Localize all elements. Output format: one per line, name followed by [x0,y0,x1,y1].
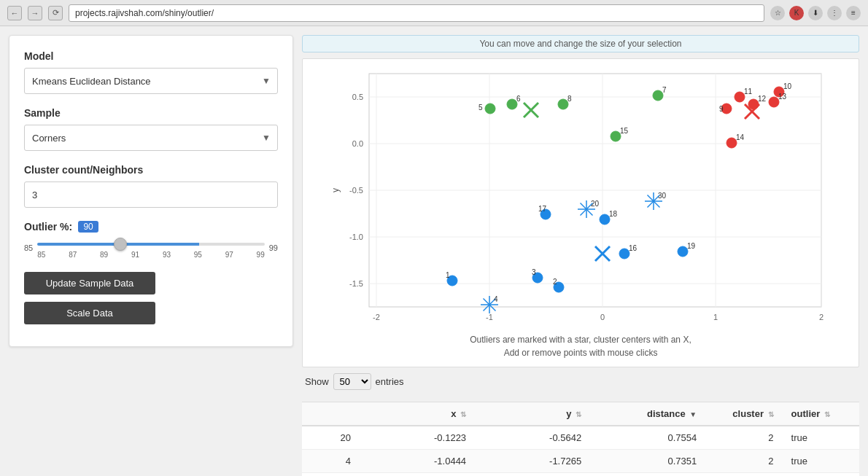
svg-text:1: 1 [713,313,718,321]
col-header-index [302,402,360,426]
chart-svg-wrapper[interactable]: 0.5 0.0 -0.5 -1.0 -1.5 -2 -1 0 1 2 y [310,66,851,329]
svg-text:8: 8 [567,95,572,103]
tick-87: 87 [69,251,77,259]
svg-text:0.5: 0.5 [352,93,363,101]
sort-icon-outlier: ⇅ [824,410,830,418]
entries-select[interactable]: 50 10 25 100 [333,373,371,390]
star-icon[interactable]: ☆ [770,6,785,20]
data-table: x ⇅ y ⇅ distance ▼ cluster ⇅ outlier ⇅ 2… [302,402,859,476]
slider-wrapper: 85 87 89 91 93 95 97 99 [37,237,265,259]
browser-chrome: ← → ⟳ ☆ K ⬇ ⋮ ≡ [0,0,868,26]
refresh-button[interactable]: ⟳ [48,6,63,20]
cell-index: 4 [302,450,360,473]
col-header-cluster[interactable]: cluster ⇅ [705,402,782,426]
svg-text:6: 6 [516,95,521,103]
table-row: 20 -0.1223 -0.5642 0.7554 2 true [302,426,859,450]
cluster-group: Cluster count/Neighbors [24,164,278,208]
svg-point-52 [619,249,629,259]
forward-button[interactable]: → [28,6,42,20]
svg-point-50 [600,214,610,225]
caption-line2: Add or remove points with mouse clicks [504,348,658,358]
scale-data-button[interactable]: Scale Data [24,302,155,324]
svg-text:9: 9 [719,105,724,113]
slider-min: 85 [24,243,33,252]
cell-cluster: 2 [705,473,782,477]
notification-bar: You can move and change the size of your… [302,35,859,52]
cell-y: -1.1477 [475,473,590,477]
ext-icon-3[interactable]: ⋮ [827,6,842,20]
svg-point-22 [653,90,663,101]
menu-icon[interactable]: ≡ [846,6,861,20]
slider-range-row: 85 85 87 89 91 93 95 97 99 [24,237,278,259]
svg-text:-1: -1 [486,313,493,321]
svg-text:0: 0 [600,313,605,321]
cell-outlier: true [783,450,859,473]
svg-text:3: 3 [532,268,536,276]
scatter-plot: 0.5 0.0 -0.5 -1.0 -1.5 -2 -1 0 1 2 y [310,66,851,329]
cell-index: 19 [302,473,360,477]
sort-icon-x: ⇅ [460,410,466,418]
tick-85: 85 [37,251,45,259]
cell-distance: 0.7554 [590,426,705,450]
sample-group: Sample Corners Blobs Moons Circles ▼ [24,107,278,151]
svg-point-24 [507,99,517,109]
col-header-x[interactable]: x ⇅ [360,402,475,426]
svg-text:-1.5: -1.5 [349,279,363,288]
sort-icon-cluster: ⇅ [768,410,774,418]
right-content: You can move and change the size of your… [302,35,859,476]
svg-text:12: 12 [758,95,767,103]
tick-89: 89 [100,251,108,259]
table-header-row: x ⇅ y ⇅ distance ▼ cluster ⇅ outlier ⇅ [302,402,859,426]
svg-text:y: y [330,188,341,192]
cluster-input[interactable] [24,182,278,208]
outlier-slider[interactable] [37,243,265,246]
tick-91: 91 [131,251,139,259]
svg-text:1: 1 [446,271,450,279]
address-bar[interactable] [69,4,764,22]
sort-icon-distance: ▼ [689,410,697,418]
cell-cluster: 2 [705,426,782,450]
svg-point-30 [611,131,621,141]
sample-dropdown-wrapper: Corners Blobs Moons Circles ▼ [24,125,278,151]
model-group: Model Kmeans Euclidean Distance LOF Isol… [24,50,278,94]
col-header-distance[interactable]: distance ▼ [590,402,705,426]
outlier-value: 90 [78,221,98,233]
update-sample-button[interactable]: Update Sample Data [24,272,155,294]
entries-label: entries [376,376,404,387]
col-header-outlier[interactable]: outlier ⇅ [783,402,859,426]
ext-icon-2[interactable]: ⬇ [808,6,823,20]
svg-text:2: 2 [553,278,557,286]
svg-point-40 [769,97,779,107]
svg-point-34 [735,92,745,102]
sample-select[interactable]: Corners Blobs Moons Circles [24,125,278,151]
cluster-label: Cluster count/Neighbors [24,164,278,176]
svg-text:16: 16 [629,244,638,252]
svg-text:2: 2 [819,313,824,321]
col-header-y[interactable]: y ⇅ [475,402,590,426]
model-dropdown-wrapper: Kmeans Euclidean Distance LOF Isolation … [24,68,278,94]
svg-text:0.0: 0.0 [352,139,363,148]
svg-text:10: 10 [783,82,792,90]
svg-text:19: 19 [687,242,696,250]
outlier-label: Outlier %: [24,221,72,233]
sample-label: Sample [24,107,278,119]
svg-text:20: 20 [591,200,600,208]
ext-icon-1[interactable]: K [789,6,804,20]
svg-text:17: 17 [538,205,547,213]
back-button[interactable]: ← [7,6,22,20]
sidebar: Model Kmeans Euclidean Distance LOF Isol… [9,35,293,476]
svg-text:7: 7 [662,86,667,94]
cell-distance: 0.7351 [590,450,705,473]
svg-text:11: 11 [744,87,753,95]
control-panel: Model Kmeans Euclidean Distance LOF Isol… [9,35,293,347]
model-select[interactable]: Kmeans Euclidean Distance LOF Isolation … [24,68,278,94]
svg-point-26 [485,104,495,114]
svg-text:5: 5 [478,104,483,112]
slider-header: Outlier %: 90 [24,221,278,233]
cell-distance: 0.6279 [590,473,705,477]
cell-y: -0.5642 [475,426,590,450]
svg-text:-2: -2 [373,313,380,321]
svg-text:4: 4 [494,295,498,303]
notification-text: You can move and change the size of your… [479,39,681,49]
caption-line1: Outliers are marked with a star, cluster… [470,335,691,345]
